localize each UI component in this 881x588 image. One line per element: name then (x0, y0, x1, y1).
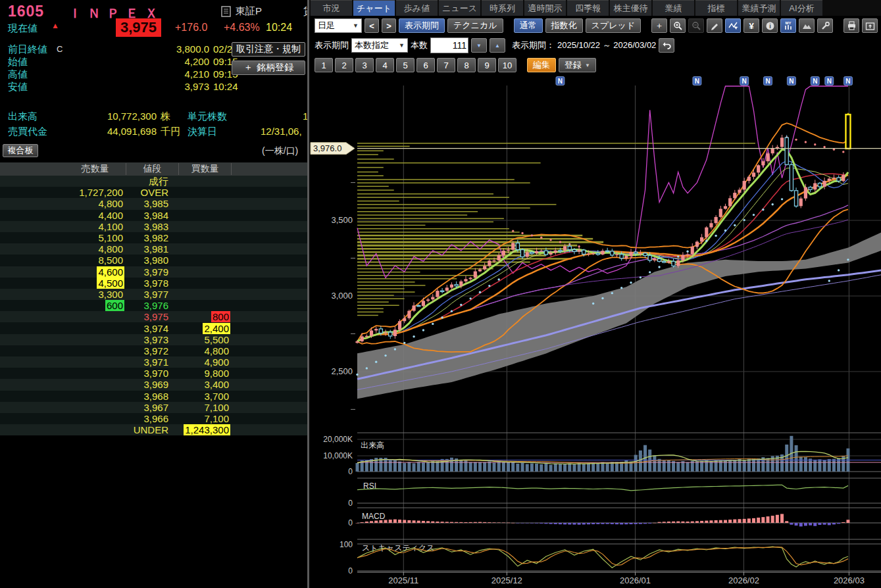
next-button[interactable]: > (382, 18, 396, 33)
preset-button[interactable]: 10 (498, 58, 516, 72)
tab[interactable]: 株主優待 (610, 0, 651, 16)
price-level: 3,974 (126, 323, 179, 334)
my-chart-button[interactable]: MY (780, 18, 796, 33)
period-label: 表示期間 (315, 39, 349, 51)
tab[interactable]: ニュース (439, 0, 480, 16)
count-decrement-button[interactable]: ▼ (471, 38, 487, 53)
zoom-in-button[interactable] (670, 18, 686, 33)
detail-time: 10:24 (213, 81, 238, 92)
document-icon[interactable] (221, 6, 231, 20)
orderbook-row[interactable]: 4,600 3,979 (0, 266, 307, 278)
orderbook-row[interactable]: 1,727,200 OVER (0, 187, 307, 198)
orderbook-row[interactable]: 600 3,976 (0, 300, 307, 311)
sell-quantity (64, 402, 126, 413)
orderbook-row[interactable]: 4,500 3,978 (0, 278, 307, 289)
svg-text:N: N (558, 78, 563, 85)
crosshair-plus-button[interactable]: ＋ (651, 18, 667, 33)
popout-window-button[interactable] (862, 18, 878, 33)
edit-button[interactable]: 編集 (527, 58, 556, 72)
sell-quantity: 4,800 (64, 198, 126, 209)
preset-button[interactable]: 2 (335, 58, 353, 72)
orderbook-row[interactable]: 3,967 7,100 (0, 402, 307, 413)
tab[interactable]: 歩み値 (396, 0, 438, 16)
tab[interactable]: 指標 (695, 0, 737, 16)
display-period-button[interactable]: 表示期間 (399, 18, 445, 33)
tab[interactable]: AI分析 (781, 0, 822, 16)
preset-button[interactable]: 8 (457, 58, 476, 72)
orderbook-row[interactable]: 3,966 7,100 (0, 413, 307, 424)
orderbook-row[interactable]: UNDER 1,243,300 (0, 424, 307, 435)
prev-button[interactable]: < (365, 18, 379, 33)
sell-quantity: 5,100 (64, 232, 126, 243)
sell-quantity (64, 413, 126, 424)
info-button[interactable]: i (762, 18, 778, 33)
preset-button[interactable]: 3 (355, 58, 374, 72)
detail-flag: C (57, 44, 63, 54)
orderbook-header-buy: 買数量 (179, 163, 232, 175)
count-mode-select[interactable]: 本数指定▼ (351, 38, 408, 53)
bar-count-input[interactable] (430, 37, 468, 53)
composite-board-button[interactable]: 複合板 (3, 144, 38, 157)
orderbook-row[interactable]: 3,300 3,977 (0, 289, 307, 300)
price-detail-rows: 前日終値 C 3,800.0 02/27 始値 4,200 09:15 高値 4… (0, 42, 237, 92)
orderbook-row[interactable]: 3,975 800 (0, 311, 307, 322)
orderbook-row[interactable]: 8,500 3,980 (0, 255, 307, 266)
register-chart-button[interactable]: 登録 ▼ (559, 58, 596, 72)
orderbook-row[interactable]: 5,100 3,982 (0, 232, 307, 243)
tab[interactable]: 業績 (653, 0, 694, 16)
trendline-cursor-button[interactable] (725, 18, 741, 33)
orderbook-row[interactable]: 3,970 9,800 (0, 368, 307, 379)
count-mode-value: 本数指定 (355, 39, 389, 51)
preset-button[interactable]: 5 (396, 58, 415, 72)
draw-pencil-button[interactable] (707, 18, 722, 33)
settings-wrench-button[interactable] (817, 18, 833, 33)
chart-panel: 市況 チャート 歩み値 ニュース 時系列 適時開示 四季報 株主優待 業績 指標… (309, 0, 881, 588)
mountain-chart-button[interactable] (799, 18, 815, 33)
preset-button[interactable]: 4 (376, 58, 394, 72)
yen-scale-button[interactable]: ¥ (743, 18, 759, 33)
sell-quantity (64, 176, 126, 187)
indexed-mode-button[interactable]: 指数化 (545, 18, 583, 33)
sell-quantity (64, 424, 126, 435)
tab[interactable]: 時系列 (482, 0, 523, 16)
orderbook-row[interactable]: 3,971 4,900 (0, 356, 307, 368)
buy-quantity (179, 266, 232, 278)
orderbook-row[interactable]: 4,400 3,984 (0, 210, 307, 221)
register-symbol-button[interactable]: ＋ 銘柄登録 (232, 61, 305, 75)
tab[interactable]: 適時開示 (524, 0, 566, 16)
tab[interactable]: チャート (353, 0, 395, 16)
trade-caution-button[interactable]: 取引注意・規制 (232, 42, 305, 57)
orderbook-row[interactable]: 3,973 5,500 (0, 334, 307, 345)
orderbook-row[interactable]: 成行 (0, 176, 307, 187)
tab[interactable]: 業績予測 (738, 0, 780, 16)
orderbook-row[interactable]: 3,968 3,700 (0, 391, 307, 402)
sell-quantity (64, 356, 126, 368)
orderbook-row[interactable]: 4,100 3,983 (0, 221, 307, 232)
technical-button[interactable]: テクニカル (447, 18, 503, 33)
zoom-out-button[interactable] (688, 18, 704, 33)
preset-button[interactable]: 7 (437, 58, 455, 72)
timeframe-select[interactable]: 日足▼ (315, 18, 362, 33)
buy-quantity (179, 221, 232, 232)
preset-button[interactable]: 9 (478, 58, 496, 72)
svg-text:20,000K: 20,000K (323, 435, 353, 444)
preset-button[interactable]: 1 (315, 58, 333, 72)
main-chart[interactable]: 3,5003,0002,5003,976.0NNNNNNNN20,000K10,… (309, 76, 881, 588)
buy-quantity: 800 (179, 311, 232, 322)
print-button[interactable] (843, 18, 859, 33)
reset-period-button[interactable] (659, 38, 674, 53)
count-increment-button[interactable]: ▲ (490, 38, 505, 53)
triangle-up-icon: ▲ (495, 43, 500, 49)
spread-button[interactable]: スプレッド (586, 18, 642, 33)
register-chart-label: 登録 (565, 59, 582, 71)
tab[interactable]: 四季報 (567, 0, 609, 16)
orderbook-row[interactable]: 4,800 3,981 (0, 243, 307, 255)
timeframe-value: 日足 (318, 20, 335, 32)
preset-button[interactable]: 6 (416, 58, 435, 72)
orderbook-row[interactable]: 3,974 2,400 (0, 322, 307, 333)
orderbook-row[interactable]: 4,800 3,985 (0, 198, 307, 209)
orderbook-row[interactable]: 3,972 4,800 (0, 345, 307, 356)
orderbook-row[interactable]: 3,969 3,400 (0, 379, 307, 390)
normal-mode-button[interactable]: 通常 (514, 18, 543, 33)
tab[interactable]: 市況 (311, 0, 352, 16)
